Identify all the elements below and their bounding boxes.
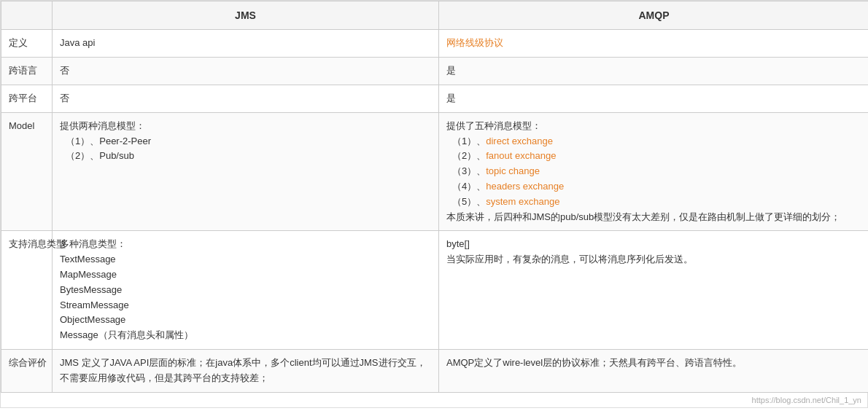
jms-model-line-0: 提供两种消息模型： <box>60 119 431 134</box>
jms-msgtype-line-6: Message（只有消息头和属性） <box>60 328 431 343</box>
jms-model-line-1: （1）、Peer-2-Peer <box>60 134 431 149</box>
jms-msgtype-line-4: StreamMessage <box>60 298 431 313</box>
watermark: https://blog.csdn.net/Chil_1_yn <box>1 393 867 407</box>
row-msgtype: 支持消息类型 多种消息类型： TextMessage MapMessage By… <box>1 231 869 350</box>
jms-msgtype-line-2: MapMessage <box>60 267 431 283</box>
jms-msgtype-line-1: TextMessage <box>60 252 431 267</box>
row-definition: 定义 Java api 网络线级协议 <box>1 30 869 58</box>
amqp-model-line-3: （3）、topic change <box>446 164 861 179</box>
amqp-crosslang: 是 <box>439 58 869 85</box>
label-overall: 综合评价 <box>1 349 53 392</box>
jms-msgtype-line-3: BytesMessage <box>60 283 431 298</box>
header-label <box>1 1 53 30</box>
amqp-crossplatform: 是 <box>439 85 869 112</box>
amqp-model: 提供了五种消息模型： （1）、direct exchange （2）、fanou… <box>439 112 869 231</box>
label-crossplatform: 跨平台 <box>1 85 53 112</box>
label-msgtype: 支持消息类型 <box>1 231 53 350</box>
jms-msgtype: 多种消息类型： TextMessage MapMessage BytesMess… <box>53 231 439 350</box>
amqp-definition: 网络线级协议 <box>439 30 869 58</box>
jms-model-line-2: （2）、Pub/sub <box>60 149 431 164</box>
row-crossplatform: 跨平台 否 是 <box>1 85 869 112</box>
jms-crosslang: 否 <box>53 58 439 85</box>
header-jms: JMS <box>53 1 439 30</box>
comparison-table: JMS AMQP 定义 Java api 网络线级协议 跨语言 否 是 跨平台 … <box>0 0 868 408</box>
amqp-model-line-0: 提供了五种消息模型： <box>446 119 861 134</box>
amqp-msgtype-line-1: 当实际应用时，有复杂的消息，可以将消息序列化后发送。 <box>446 252 861 267</box>
amqp-overall: AMQP定义了wire-level层的协议标准；天然具有跨平台、跨语言特性。 <box>439 349 869 392</box>
label-crosslang: 跨语言 <box>1 58 53 85</box>
header-amqp: AMQP <box>439 1 869 30</box>
jms-msgtype-line-5: ObjectMessage <box>60 313 431 328</box>
amqp-msgtype: byte[] 当实际应用时，有复杂的消息，可以将消息序列化后发送。 <box>439 231 869 350</box>
row-overall: 综合评价 JMS 定义了JAVA API层面的标准；在java体系中，多个cli… <box>1 349 869 392</box>
amqp-msgtype-line-0: byte[] <box>446 237 861 252</box>
row-crosslang: 跨语言 否 是 <box>1 58 869 85</box>
row-model: Model 提供两种消息模型： （1）、Peer-2-Peer （2）、Pub/… <box>1 112 869 231</box>
jms-definition: Java api <box>53 30 439 58</box>
label-model: Model <box>1 112 53 231</box>
amqp-model-line-2: （2）、fanout exchange <box>446 149 861 164</box>
amqp-model-line-6: 本质来讲，后四种和JMS的pub/sub模型没有太大差别，仅是在路由机制上做了更… <box>446 210 861 225</box>
amqp-model-line-1: （1）、direct exchange <box>446 134 861 149</box>
amqp-model-line-4: （4）、headers exchange <box>446 179 861 195</box>
jms-msgtype-line-0: 多种消息类型： <box>60 237 431 252</box>
jms-overall: JMS 定义了JAVA API层面的标准；在java体系中，多个client均可… <box>53 349 439 392</box>
amqp-model-line-5: （5）、system exchange <box>446 195 861 210</box>
jms-model: 提供两种消息模型： （1）、Peer-2-Peer （2）、Pub/sub <box>53 112 439 231</box>
jms-crossplatform: 否 <box>53 85 439 112</box>
label-definition: 定义 <box>1 30 53 58</box>
